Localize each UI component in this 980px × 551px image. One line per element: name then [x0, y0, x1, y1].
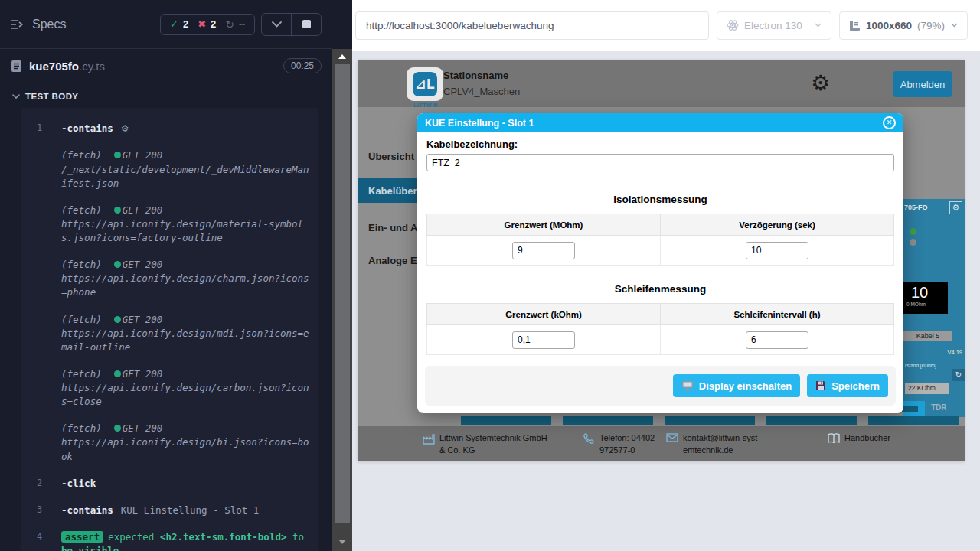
specs-list-icon[interactable]: [11, 19, 24, 30]
station-value: CPLV4_Maschen: [443, 86, 520, 97]
runner-stage: Electron 130 1000x660 (79%) ⊿L LITTWIN S…: [352, 0, 980, 551]
restart-icon: ↻: [225, 18, 234, 31]
stat-passed: ✓2: [170, 18, 188, 30]
refresh-icon[interactable]: ↻: [952, 369, 965, 381]
phone-icon: [583, 433, 595, 457]
reporter-header: Specs ✓2 ✖2 ↻--: [0, 0, 332, 49]
stop-button[interactable]: [292, 14, 321, 35]
close-icon[interactable]: ✕: [883, 116, 896, 129]
chevron-down-icon: [12, 94, 20, 99]
command-fetch[interactable]: (fetch)GET 200https://api.iconify.design…: [21, 256, 318, 302]
nav-item-uebersicht[interactable]: Übersicht: [368, 151, 423, 162]
email-icon: [666, 433, 678, 457]
cypress-reporter: Specs ✓2 ✖2 ↻-- kue705fo.cy.ts 00:25: [0, 0, 352, 551]
command-fetch[interactable]: (fetch)GET 200https://api.iconify.design…: [21, 419, 318, 465]
col-grenzwert-mohm: Grenzwert (MOhm): [427, 214, 661, 236]
kue-slot-card: 705-FO ⚙ 10 0 MOhm Kabel 5 V4.19 rstand …: [903, 199, 965, 417]
status-dot-green: [910, 228, 916, 235]
command-fetch[interactable]: (fetch)GET 200/_next/static/development/…: [21, 146, 318, 192]
status-dot-gray: [910, 239, 916, 246]
schleifenmessung-title: Schleifenmessung: [426, 283, 894, 295]
test-stats: ✓2 ✖2 ↻--: [160, 14, 255, 35]
slot-card-title: 705-FO: [904, 204, 949, 211]
command-log: 1-contains⚙(fetch)GET 200/_next/static/d…: [21, 108, 318, 551]
success-dot-icon: [114, 316, 121, 323]
electron-icon: [727, 19, 739, 31]
isolationsmessung-table: Grenzwert (MOhm) Verzögerung (sek): [426, 214, 894, 266]
runner-topbar: Electron 130 1000x660 (79%): [352, 0, 980, 51]
schleifenmessung-table: Grenzwert (kOhm) Schleifenintervall (h): [426, 303, 894, 355]
command-contains[interactable]: 3-containsKUE Einstellung - Slot 1: [21, 501, 318, 520]
settings-gear-icon[interactable]: ⚙: [811, 70, 830, 96]
kue-settings-modal: KUE Einstellung - Slot 1 ✕ Kabelbezeichn…: [417, 113, 903, 413]
scroll-down-icon[interactable]: [332, 534, 352, 549]
command-fetch[interactable]: (fetch)GET 200https://api.iconify.design…: [21, 365, 318, 411]
nav-item-ein-und-ausgaenge[interactable]: Ein- und Au: [368, 222, 423, 233]
chevron-down-icon: [815, 23, 822, 28]
monitor-icon: [681, 380, 694, 391]
grenzwert-mohm-input[interactable]: [512, 242, 575, 259]
assert-badge: assert: [61, 531, 103, 543]
check-icon: ✓: [170, 18, 178, 30]
test-body-header[interactable]: TEST BODY: [0, 83, 332, 108]
slot-gear-icon[interactable]: ⚙: [949, 201, 962, 214]
verzoegerung-sek-input[interactable]: [746, 242, 808, 259]
success-dot-icon: [114, 425, 121, 432]
logo-text: LITTWIN: [405, 103, 446, 108]
success-dot-icon: [114, 261, 121, 268]
spec-row[interactable]: kue705fo.cy.ts 00:25: [0, 49, 332, 83]
col-schleifenintervall-h: Schleifenintervall (h): [661, 304, 894, 325]
kabel-label: Kabel 5: [903, 331, 952, 341]
station-label: Stationsname: [443, 70, 520, 81]
command-assert[interactable]: 4assertexpected <h2.text-sm.font-bold> t…: [21, 528, 318, 551]
aut-stage: ⊿L LITTWIN Stationsname CPLV4_Maschen ⚙ …: [352, 51, 980, 551]
spec-name: kue705fo.cy.ts: [29, 60, 105, 73]
viewport-select[interactable]: 1000x660 (79%): [839, 11, 968, 40]
littwin-logo: ⊿L: [407, 67, 443, 101]
browser-select[interactable]: Electron 130: [717, 11, 831, 40]
schleifenintervall-input[interactable]: [746, 331, 808, 349]
footer-email: kontakt@littwin-systemtechnik.de: [666, 432, 760, 457]
firmware-version: V4.19: [947, 349, 962, 356]
ruler-icon: [849, 20, 861, 31]
nav-item-analoge-eingaenge[interactable]: Analoge Ei: [368, 255, 423, 266]
modal-footer: Display einschalten Speichern: [425, 366, 896, 406]
app-footer: Littwin Systemtechnik GmbH & Co. KG Tele…: [358, 426, 965, 461]
logo-icon: ⊿L: [413, 72, 437, 96]
url-bar[interactable]: [355, 11, 709, 40]
logout-button[interactable]: Abmelden: [893, 71, 952, 97]
modal-title: KUE Einstellung - Slot 1: [425, 118, 883, 129]
command-fetch[interactable]: (fetch)GET 200https://api.iconify.design…: [21, 311, 318, 357]
nav-item-kabelueberwachung[interactable]: Kabelüberw: [358, 178, 426, 203]
meas-value: 22 KOhm: [905, 383, 949, 394]
display-einschalten-button[interactable]: Display einschalten: [673, 374, 800, 397]
factory-icon: [423, 433, 435, 457]
reporter-scrollbar[interactable]: [332, 49, 352, 551]
success-dot-icon: [114, 207, 121, 214]
scrollbar-thumb[interactable]: [335, 64, 350, 523]
command-click[interactable]: 2-click: [21, 474, 318, 493]
specs-label[interactable]: Specs: [32, 18, 66, 31]
stat-pending: ↻--: [225, 18, 245, 31]
chevron-down-icon: [951, 23, 958, 28]
stat-failed: ✖2: [198, 18, 216, 30]
command-contains[interactable]: 1-contains⚙: [21, 119, 318, 138]
spec-file-icon: [11, 60, 22, 73]
cross-icon: ✖: [198, 18, 206, 30]
grenzwert-kohm-input[interactable]: [512, 331, 575, 349]
collapse-button[interactable]: [262, 14, 291, 35]
measurement-display: 10 0 MOhm: [903, 282, 948, 314]
url-input[interactable]: [356, 20, 708, 31]
scroll-up-icon[interactable]: [332, 49, 352, 64]
floppy-disk-icon: [815, 380, 826, 391]
kabelbezeichnung-label: Kabelbezeichnung:: [426, 139, 894, 150]
kabelbezeichnung-input[interactable]: [426, 154, 894, 171]
footer-company: Littwin Systemtechnik GmbH & Co. KG: [423, 432, 551, 457]
speichern-button[interactable]: Speichern: [807, 374, 888, 397]
success-dot-icon: [114, 370, 121, 377]
app-under-test: ⊿L LITTWIN Stationsname CPLV4_Maschen ⚙ …: [358, 60, 965, 461]
command-fetch[interactable]: (fetch)GET 200https://api.iconify.design…: [21, 201, 318, 247]
footer-manuals[interactable]: Handbücher: [828, 432, 890, 445]
stop-icon: [302, 20, 311, 28]
station-block: Stationsname CPLV4_Maschen: [443, 70, 520, 97]
